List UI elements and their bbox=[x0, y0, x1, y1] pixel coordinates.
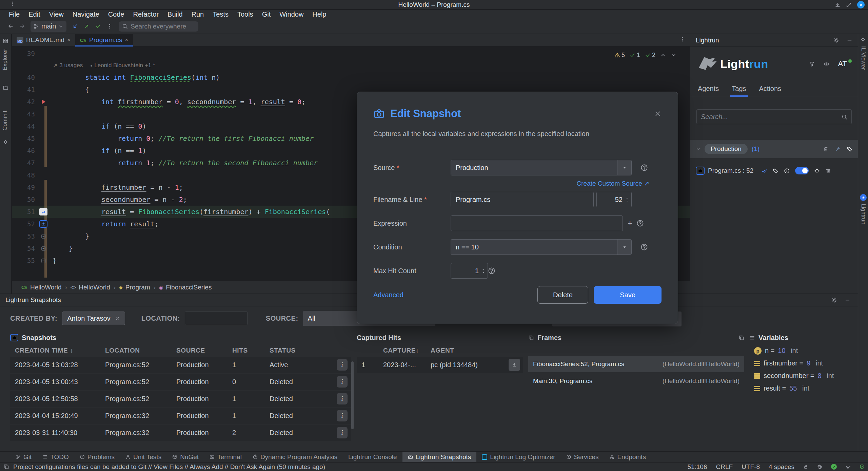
usages-hint[interactable]: ↗3 usages bbox=[53, 62, 83, 69]
toolwindow-unit-tests[interactable]: Unit Tests bbox=[120, 452, 167, 463]
window-close-button[interactable] bbox=[857, 1, 865, 8]
tag-icon[interactable] bbox=[847, 146, 852, 152]
menu-item-file[interactable]: File bbox=[5, 10, 24, 19]
toolwindow-endpoints[interactable]: Endpoints bbox=[604, 452, 651, 463]
menu-item-window[interactable]: Window bbox=[275, 10, 308, 19]
variable-row[interactable]: pn = 10 int bbox=[749, 344, 858, 357]
source-select[interactable]: Production bbox=[451, 160, 632, 175]
stripe-commit[interactable]: Commit bbox=[2, 111, 8, 131]
breadcrumb-item-helloworld[interactable]: <>HelloWorld bbox=[71, 284, 110, 291]
add-expression-button[interactable]: + bbox=[628, 219, 632, 228]
table-row[interactable]: 2023-04-04 15:20:49Program.cs:32Producti… bbox=[10, 408, 351, 424]
variable-row[interactable]: secondnumber = 8 int bbox=[749, 370, 858, 382]
stripe-lightrun[interactable]: Lightrun bbox=[860, 204, 867, 224]
toolwindow-dynamic-program-analysis[interactable]: Dynamic Program Analysis bbox=[247, 452, 343, 463]
panel-gear-icon[interactable] bbox=[833, 37, 839, 43]
tag-icon[interactable] bbox=[773, 168, 778, 174]
copy-frames-icon[interactable] bbox=[738, 335, 744, 341]
caret-position[interactable]: 51:106 bbox=[687, 463, 707, 471]
il-viewer-icon[interactable] bbox=[860, 37, 866, 42]
created-by-filter[interactable]: Anton Tarasov bbox=[62, 312, 125, 325]
stripe-explorer[interactable]: Explorer bbox=[2, 49, 8, 70]
download-hit-button[interactable] bbox=[509, 359, 520, 371]
visibility-icon[interactable] bbox=[824, 61, 829, 67]
menu-item-navigate[interactable]: Navigate bbox=[68, 10, 103, 19]
toolwindow-lightrun-console[interactable]: Lightrun Console bbox=[343, 452, 402, 463]
toolwindow-problems[interactable]: Problems bbox=[74, 452, 120, 463]
status-message[interactable]: Project configurations files can be adde… bbox=[13, 463, 325, 471]
toolwindow-services[interactable]: Services bbox=[561, 452, 604, 463]
col-hits[interactable]: HITS bbox=[232, 347, 270, 354]
spin-down-icon[interactable] bbox=[625, 200, 629, 203]
security-shield-icon[interactable] bbox=[860, 464, 865, 469]
menu-item-help[interactable]: Help bbox=[308, 10, 330, 19]
hit-row[interactable]: 12023-04-...pc (pid 134484) bbox=[357, 357, 523, 373]
menu-item-build[interactable]: Build bbox=[163, 10, 186, 19]
condition-select[interactable]: n == 10 bbox=[451, 239, 632, 255]
author-hint[interactable]: ●Leonid Blouvshtein +1 * bbox=[90, 62, 155, 69]
frame-row[interactable]: FibonacciSeries:52, Program.cs(HelloWorl… bbox=[528, 356, 744, 372]
forward-icon[interactable] bbox=[16, 21, 28, 32]
menu-item-git[interactable]: Git bbox=[258, 10, 275, 19]
expression-input[interactable] bbox=[451, 215, 623, 231]
col-creation-time[interactable]: CREATION TIME ↓ bbox=[10, 347, 105, 354]
row-info-button[interactable]: i bbox=[337, 376, 348, 388]
table-row[interactable]: 2023-04-05 13:00:43Program.cs:52Producti… bbox=[10, 374, 351, 390]
spin-up-icon[interactable] bbox=[481, 268, 485, 270]
help-icon[interactable] bbox=[640, 243, 648, 251]
dialog-close-icon[interactable] bbox=[654, 110, 662, 117]
file-encoding[interactable]: UTF-8 bbox=[742, 463, 760, 471]
filter-icon[interactable] bbox=[809, 61, 815, 67]
avatar[interactable]: AT bbox=[838, 59, 851, 68]
proxy-icon[interactable] bbox=[817, 464, 822, 469]
search-everywhere[interactable]: Search everywhere bbox=[119, 21, 198, 32]
recursive-call-icon[interactable] bbox=[39, 208, 47, 215]
update-project-icon[interactable] bbox=[69, 21, 81, 32]
commit-widget-icon[interactable] bbox=[3, 139, 8, 145]
max-hit-stepper[interactable]: 1 bbox=[451, 263, 488, 279]
toolwindow-lightrun-log-optimizer[interactable]: Lightrun Log Optimizer bbox=[476, 452, 560, 463]
snapshot-item-row[interactable]: Program.cs : 52 bbox=[690, 163, 858, 178]
tab-actions[interactable]: Actions bbox=[754, 82, 786, 97]
menu-item-view[interactable]: View bbox=[45, 10, 68, 19]
variable-row[interactable]: firstnumber = 9 int bbox=[749, 357, 858, 370]
lightrun-stripe-icon[interactable] bbox=[860, 194, 867, 201]
tab-agents[interactable]: Agents bbox=[693, 82, 724, 97]
delete-snapshot-icon[interactable] bbox=[825, 168, 831, 174]
spin-down-icon[interactable] bbox=[481, 271, 485, 274]
line-ending[interactable]: CRLF bbox=[716, 463, 733, 471]
inspections-widget[interactable]: 5 1 2 bbox=[614, 52, 676, 59]
enable-toggle[interactable] bbox=[795, 167, 809, 174]
panel-minimize-icon[interactable] bbox=[845, 297, 850, 303]
save-button[interactable]: Save bbox=[594, 286, 662, 304]
row-info-button[interactable]: i bbox=[337, 410, 348, 421]
table-row[interactable]: 2023-04-05 13:03:28Program.cs:52Producti… bbox=[10, 357, 351, 373]
chevron-down-icon[interactable] bbox=[696, 147, 701, 151]
menu-item-refactor[interactable]: Refactor bbox=[129, 10, 163, 19]
help-icon[interactable] bbox=[488, 267, 495, 275]
window-minimize-icon[interactable] bbox=[835, 2, 841, 8]
breadcrumb-item-program[interactable]: ◆Program bbox=[119, 284, 150, 291]
prev-issue-icon[interactable] bbox=[660, 52, 666, 58]
breadcrumb-item-helloworld[interactable]: C#HelloWorld bbox=[21, 284, 61, 291]
frame-row[interactable]: Main:30, Program.cs(HelloWorld.dll!Hello… bbox=[528, 373, 744, 389]
menu-item-run[interactable]: Run bbox=[188, 10, 208, 19]
fold-marker-icon[interactable]: − bbox=[41, 259, 46, 263]
panel-minimize-icon[interactable] bbox=[847, 37, 852, 43]
tab-readme[interactable]: MD README.md × bbox=[12, 34, 75, 46]
table-row[interactable]: 2023-03-31 11:40:30Program.cs:32Producti… bbox=[10, 425, 351, 441]
toolwindow-nuget[interactable]: NuGet bbox=[167, 452, 204, 463]
advanced-link[interactable]: Advanced bbox=[373, 291, 403, 299]
breadcrumb-item-fibonacciseries[interactable]: ◉FibonacciSeries bbox=[159, 284, 212, 291]
create-custom-source-link[interactable]: Create Custom Source ↗ bbox=[357, 180, 649, 187]
reader-mode-icon[interactable] bbox=[846, 464, 851, 469]
spin-up-icon[interactable] bbox=[625, 196, 629, 199]
toolwindow-lightrun-snapshots[interactable]: Lightrun Snapshots bbox=[402, 452, 477, 463]
tab-program-cs[interactable]: C# Program.cs × bbox=[75, 34, 133, 46]
code-line-40[interactable]: 40static int FibonacciSeries(int n) bbox=[12, 71, 690, 83]
window-maximize-icon[interactable] bbox=[846, 2, 852, 8]
indent-size[interactable]: 4 spaces bbox=[769, 463, 794, 471]
col-agent[interactable]: AGENT bbox=[431, 347, 498, 354]
line-number-stepper[interactable]: 52 bbox=[596, 192, 632, 207]
delete-button[interactable]: Delete bbox=[537, 286, 588, 304]
